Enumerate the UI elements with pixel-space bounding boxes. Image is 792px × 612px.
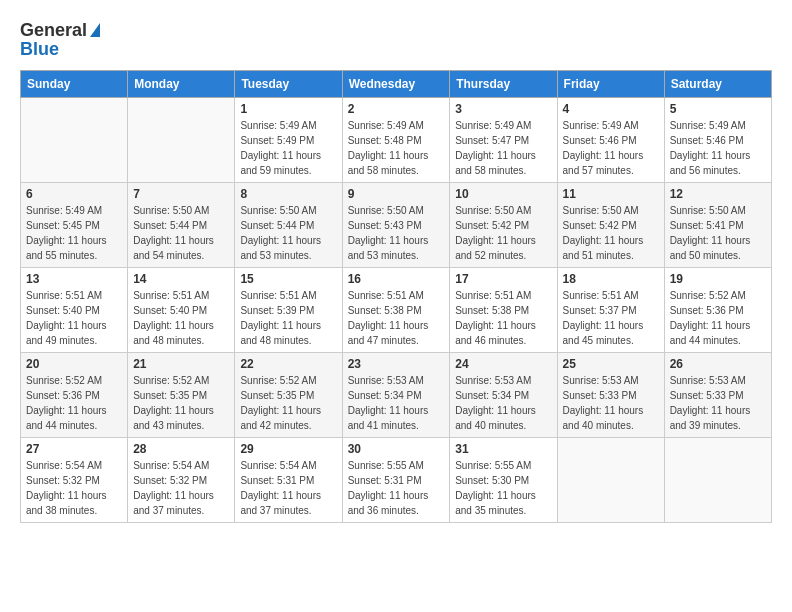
day-number: 3 [455, 102, 551, 116]
calendar-cell: 2Sunrise: 5:49 AMSunset: 5:48 PMDaylight… [342, 98, 450, 183]
calendar-cell: 25Sunrise: 5:53 AMSunset: 5:33 PMDayligh… [557, 353, 664, 438]
calendar-cell: 19Sunrise: 5:52 AMSunset: 5:36 PMDayligh… [664, 268, 771, 353]
calendar-cell: 24Sunrise: 5:53 AMSunset: 5:34 PMDayligh… [450, 353, 557, 438]
day-info: Sunrise: 5:51 AMSunset: 5:38 PMDaylight:… [348, 288, 445, 348]
calendar-cell: 4Sunrise: 5:49 AMSunset: 5:46 PMDaylight… [557, 98, 664, 183]
day-info: Sunrise: 5:53 AMSunset: 5:33 PMDaylight:… [563, 373, 659, 433]
calendar-cell: 5Sunrise: 5:49 AMSunset: 5:46 PMDaylight… [664, 98, 771, 183]
day-info: Sunrise: 5:49 AMSunset: 5:49 PMDaylight:… [240, 118, 336, 178]
calendar-cell: 10Sunrise: 5:50 AMSunset: 5:42 PMDayligh… [450, 183, 557, 268]
calendar-cell: 15Sunrise: 5:51 AMSunset: 5:39 PMDayligh… [235, 268, 342, 353]
calendar-table: SundayMondayTuesdayWednesdayThursdayFrid… [20, 70, 772, 523]
calendar-week-row: 13Sunrise: 5:51 AMSunset: 5:40 PMDayligh… [21, 268, 772, 353]
calendar-cell: 23Sunrise: 5:53 AMSunset: 5:34 PMDayligh… [342, 353, 450, 438]
calendar-cell: 22Sunrise: 5:52 AMSunset: 5:35 PMDayligh… [235, 353, 342, 438]
day-info: Sunrise: 5:49 AMSunset: 5:46 PMDaylight:… [563, 118, 659, 178]
day-number: 8 [240, 187, 336, 201]
day-info: Sunrise: 5:53 AMSunset: 5:34 PMDaylight:… [455, 373, 551, 433]
day-number: 15 [240, 272, 336, 286]
calendar-cell [557, 438, 664, 523]
day-number: 23 [348, 357, 445, 371]
day-number: 25 [563, 357, 659, 371]
day-info: Sunrise: 5:49 AMSunset: 5:45 PMDaylight:… [26, 203, 122, 263]
day-info: Sunrise: 5:51 AMSunset: 5:38 PMDaylight:… [455, 288, 551, 348]
weekday-header-tuesday: Tuesday [235, 71, 342, 98]
day-number: 19 [670, 272, 766, 286]
day-number: 29 [240, 442, 336, 456]
day-number: 13 [26, 272, 122, 286]
calendar-cell: 27Sunrise: 5:54 AMSunset: 5:32 PMDayligh… [21, 438, 128, 523]
day-number: 10 [455, 187, 551, 201]
day-number: 2 [348, 102, 445, 116]
day-info: Sunrise: 5:51 AMSunset: 5:40 PMDaylight:… [133, 288, 229, 348]
calendar-week-row: 20Sunrise: 5:52 AMSunset: 5:36 PMDayligh… [21, 353, 772, 438]
calendar-week-row: 27Sunrise: 5:54 AMSunset: 5:32 PMDayligh… [21, 438, 772, 523]
weekday-header-friday: Friday [557, 71, 664, 98]
calendar-cell: 7Sunrise: 5:50 AMSunset: 5:44 PMDaylight… [128, 183, 235, 268]
day-info: Sunrise: 5:52 AMSunset: 5:35 PMDaylight:… [133, 373, 229, 433]
day-number: 16 [348, 272, 445, 286]
calendar-cell [664, 438, 771, 523]
day-info: Sunrise: 5:49 AMSunset: 5:47 PMDaylight:… [455, 118, 551, 178]
calendar-cell: 13Sunrise: 5:51 AMSunset: 5:40 PMDayligh… [21, 268, 128, 353]
day-number: 6 [26, 187, 122, 201]
day-info: Sunrise: 5:50 AMSunset: 5:44 PMDaylight:… [240, 203, 336, 263]
calendar-cell: 18Sunrise: 5:51 AMSunset: 5:37 PMDayligh… [557, 268, 664, 353]
day-number: 24 [455, 357, 551, 371]
day-info: Sunrise: 5:55 AMSunset: 5:31 PMDaylight:… [348, 458, 445, 518]
calendar-cell: 1Sunrise: 5:49 AMSunset: 5:49 PMDaylight… [235, 98, 342, 183]
day-number: 30 [348, 442, 445, 456]
logo-blue-text: Blue [20, 39, 59, 60]
day-info: Sunrise: 5:50 AMSunset: 5:42 PMDaylight:… [455, 203, 551, 263]
day-number: 4 [563, 102, 659, 116]
weekday-header-thursday: Thursday [450, 71, 557, 98]
day-number: 5 [670, 102, 766, 116]
weekday-header-monday: Monday [128, 71, 235, 98]
weekday-header-row: SundayMondayTuesdayWednesdayThursdayFrid… [21, 71, 772, 98]
calendar-cell: 8Sunrise: 5:50 AMSunset: 5:44 PMDaylight… [235, 183, 342, 268]
day-number: 12 [670, 187, 766, 201]
logo: General Blue [20, 20, 100, 60]
day-info: Sunrise: 5:50 AMSunset: 5:44 PMDaylight:… [133, 203, 229, 263]
day-info: Sunrise: 5:54 AMSunset: 5:31 PMDaylight:… [240, 458, 336, 518]
day-number: 7 [133, 187, 229, 201]
calendar-cell [21, 98, 128, 183]
day-info: Sunrise: 5:50 AMSunset: 5:41 PMDaylight:… [670, 203, 766, 263]
day-number: 28 [133, 442, 229, 456]
calendar-cell: 16Sunrise: 5:51 AMSunset: 5:38 PMDayligh… [342, 268, 450, 353]
page-header: General Blue [20, 20, 772, 60]
calendar-cell: 26Sunrise: 5:53 AMSunset: 5:33 PMDayligh… [664, 353, 771, 438]
day-info: Sunrise: 5:54 AMSunset: 5:32 PMDaylight:… [26, 458, 122, 518]
day-info: Sunrise: 5:49 AMSunset: 5:48 PMDaylight:… [348, 118, 445, 178]
calendar-cell: 11Sunrise: 5:50 AMSunset: 5:42 PMDayligh… [557, 183, 664, 268]
day-info: Sunrise: 5:51 AMSunset: 5:40 PMDaylight:… [26, 288, 122, 348]
day-number: 27 [26, 442, 122, 456]
calendar-cell: 9Sunrise: 5:50 AMSunset: 5:43 PMDaylight… [342, 183, 450, 268]
day-info: Sunrise: 5:53 AMSunset: 5:34 PMDaylight:… [348, 373, 445, 433]
calendar-cell: 3Sunrise: 5:49 AMSunset: 5:47 PMDaylight… [450, 98, 557, 183]
calendar-cell [128, 98, 235, 183]
calendar-cell: 17Sunrise: 5:51 AMSunset: 5:38 PMDayligh… [450, 268, 557, 353]
day-number: 14 [133, 272, 229, 286]
calendar-cell: 21Sunrise: 5:52 AMSunset: 5:35 PMDayligh… [128, 353, 235, 438]
day-info: Sunrise: 5:54 AMSunset: 5:32 PMDaylight:… [133, 458, 229, 518]
day-number: 17 [455, 272, 551, 286]
logo-triangle-icon [90, 23, 100, 37]
day-number: 26 [670, 357, 766, 371]
day-info: Sunrise: 5:49 AMSunset: 5:46 PMDaylight:… [670, 118, 766, 178]
day-number: 21 [133, 357, 229, 371]
day-info: Sunrise: 5:53 AMSunset: 5:33 PMDaylight:… [670, 373, 766, 433]
weekday-header-wednesday: Wednesday [342, 71, 450, 98]
day-info: Sunrise: 5:52 AMSunset: 5:36 PMDaylight:… [26, 373, 122, 433]
weekday-header-saturday: Saturday [664, 71, 771, 98]
day-info: Sunrise: 5:52 AMSunset: 5:36 PMDaylight:… [670, 288, 766, 348]
day-info: Sunrise: 5:51 AMSunset: 5:37 PMDaylight:… [563, 288, 659, 348]
calendar-cell: 6Sunrise: 5:49 AMSunset: 5:45 PMDaylight… [21, 183, 128, 268]
day-info: Sunrise: 5:55 AMSunset: 5:30 PMDaylight:… [455, 458, 551, 518]
calendar-week-row: 1Sunrise: 5:49 AMSunset: 5:49 PMDaylight… [21, 98, 772, 183]
weekday-header-sunday: Sunday [21, 71, 128, 98]
day-number: 1 [240, 102, 336, 116]
day-number: 11 [563, 187, 659, 201]
day-info: Sunrise: 5:51 AMSunset: 5:39 PMDaylight:… [240, 288, 336, 348]
calendar-cell: 29Sunrise: 5:54 AMSunset: 5:31 PMDayligh… [235, 438, 342, 523]
